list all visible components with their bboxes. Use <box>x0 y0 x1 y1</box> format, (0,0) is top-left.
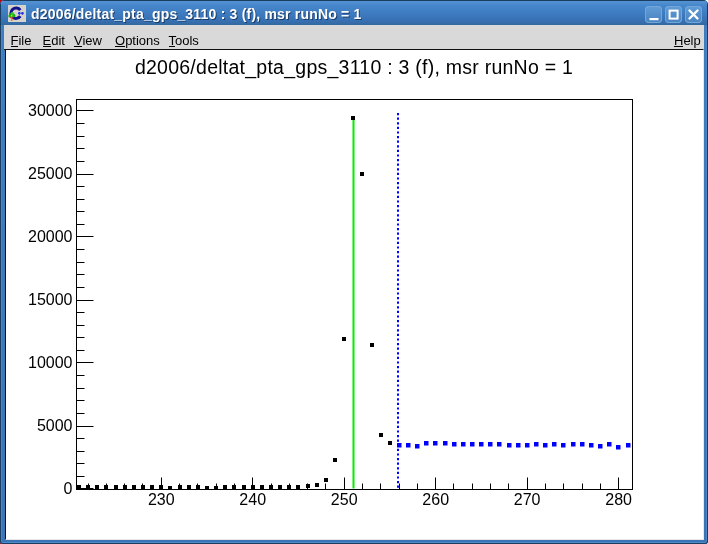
svg-text:250: 250 <box>331 491 358 508</box>
svg-text:260: 260 <box>422 491 449 508</box>
svg-text:30000: 30000 <box>28 102 73 119</box>
svg-text:10000: 10000 <box>28 354 73 371</box>
svg-text:15000: 15000 <box>28 291 73 308</box>
svg-text:25000: 25000 <box>28 165 73 182</box>
svg-text:230: 230 <box>148 491 175 508</box>
svg-text:270: 270 <box>514 491 541 508</box>
svg-text:20000: 20000 <box>28 228 73 245</box>
svg-text:0: 0 <box>64 480 73 497</box>
svg-text:5000: 5000 <box>37 417 73 434</box>
svg-text:280: 280 <box>605 491 632 508</box>
svg-text:d2006/deltat_pta_gps_3110 : 3: d2006/deltat_pta_gps_3110 : 3 (f), msr r… <box>135 56 573 79</box>
svg-text:240: 240 <box>239 491 266 508</box>
